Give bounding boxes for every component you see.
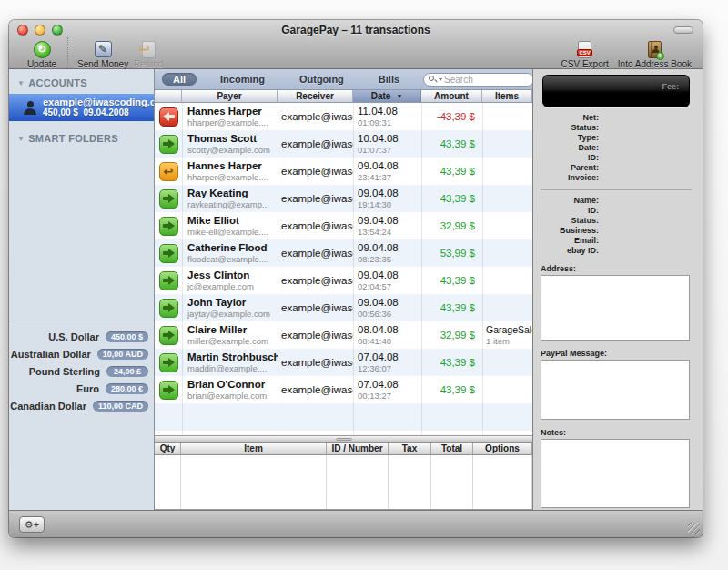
notes-box[interactable] xyxy=(541,439,690,508)
transaction-amount: 32,99 $ xyxy=(421,220,482,231)
search-input[interactable] xyxy=(444,75,529,85)
column-header-receiver[interactable]: Receiver xyxy=(278,90,353,102)
title-bar[interactable]: GaragePay – 11 transactions xyxy=(9,20,703,40)
payer-cell: Ray Keatingraykeating@examp... xyxy=(182,185,278,212)
items-column-header-tax[interactable]: Tax xyxy=(389,443,431,454)
detail-field-label: Status: xyxy=(533,216,599,226)
transaction-amount: 43,39 $ xyxy=(421,384,482,395)
paypal-message-box[interactable] xyxy=(541,360,690,420)
transaction-time: 01:09:31 xyxy=(353,117,421,127)
detail-field-row: Name: xyxy=(533,196,703,206)
date-cell: 09.04.0813:54:24 xyxy=(353,212,421,239)
amount-cell: 32,99 $ xyxy=(421,321,482,349)
arrow-shape xyxy=(163,331,175,340)
currency-label: Euro xyxy=(76,383,99,394)
payer-email: brian@example.com xyxy=(182,391,278,401)
date-cell: 09.04.0800:56:36 xyxy=(353,294,421,321)
detail-field-label: ebay ID: xyxy=(533,246,599,256)
toolbar-right-group: CSVCSV Export+Into Address Book xyxy=(561,40,692,69)
sidebar-header-accounts[interactable]: ▼ ACCOUNTS xyxy=(9,76,154,89)
refund-arrow-icon: ↩ xyxy=(159,162,178,181)
detail-field-row: Status: xyxy=(533,123,703,133)
transaction-row[interactable]: Ray Keatingraykeating@examp...example@iw… xyxy=(155,185,532,212)
payer-cell: Thomas Scottscotty@example.com xyxy=(182,130,278,158)
items-column-header-options[interactable]: Options xyxy=(473,443,532,454)
arrow-shape xyxy=(163,112,175,121)
sidebar-item-account[interactable]: example@iwascoding.co 450,00 $ 09.04.200… xyxy=(9,94,154,121)
amount-cell: 43,39 $ xyxy=(421,130,482,158)
toolbar-button-send-money[interactable]: ✎Send Money xyxy=(77,40,128,69)
search-menu-chevron-icon[interactable] xyxy=(439,78,442,81)
transaction-row[interactable]: Catherine Floodfloodcat@example....examp… xyxy=(155,239,532,267)
items-title: GarageSale ... xyxy=(482,324,532,336)
column-header-date[interactable]: Date▼ xyxy=(353,90,421,102)
transaction-row[interactable]: Hannes Harperhharper@example....example@… xyxy=(155,103,532,130)
items-column-header-total[interactable]: Total xyxy=(431,443,473,454)
toolbar-toggle-button[interactable] xyxy=(673,26,693,34)
receiver-cell: example@iwascodi... xyxy=(278,185,353,212)
transaction-row[interactable]: John Taylorjaytay@example.comexample@iwa… xyxy=(155,294,532,321)
divider xyxy=(541,189,692,190)
accounts-header-label: ACCOUNTS xyxy=(28,77,87,88)
payer-cell: Claire Millermiller@example.com xyxy=(182,321,278,349)
disclosure-triangle-icon: ▼ xyxy=(17,135,25,143)
payer-email: hharper@example.... xyxy=(182,172,278,182)
tab-all[interactable]: All xyxy=(162,73,197,86)
transaction-row[interactable]: Jess Clintonjc@example.comexample@iwasco… xyxy=(155,267,532,294)
address-box[interactable] xyxy=(541,275,690,341)
items-column-header-qty[interactable]: Qty xyxy=(155,443,181,454)
tab-incoming[interactable]: Incoming xyxy=(209,73,276,86)
action-gear-button[interactable]: ⚙+ xyxy=(19,516,45,533)
column-header-items[interactable]: Items xyxy=(482,90,532,102)
detail-field-label: ID: xyxy=(533,153,599,163)
payer-name: Catherine Flood xyxy=(182,242,278,254)
arrow-shape xyxy=(163,139,175,148)
toolbar-button-address-book[interactable]: +Into Address Book xyxy=(618,40,692,69)
incoming-arrow-icon xyxy=(159,271,178,290)
sidebar-header-smart-folders[interactable]: ▼ SMART FOLDERS xyxy=(9,132,154,145)
book-icon: + xyxy=(648,41,662,58)
detail-field-label: Status: xyxy=(533,123,599,133)
refund-icon: ↩ xyxy=(142,40,156,58)
incoming-arrow-icon xyxy=(159,353,178,372)
items-column-header-item[interactable]: Item xyxy=(181,443,327,454)
column-header-amount[interactable]: Amount xyxy=(421,90,482,102)
tab-outgoing[interactable]: Outgoing xyxy=(288,73,355,86)
currency-amount-badge: 110,00 CAD xyxy=(93,401,148,412)
detail-field-label: Date: xyxy=(533,143,599,153)
transaction-row[interactable]: Thomas Scottscotty@example.comexample@iw… xyxy=(155,130,532,158)
items-column-header-idnumber[interactable]: ID / Number xyxy=(327,443,389,454)
items-cell xyxy=(482,294,532,321)
receiver-email: example@iwascodi... xyxy=(278,138,353,149)
date-cell: 11.04.0801:09:31 xyxy=(353,103,421,130)
date-cell: 09.04.0819:14:30 xyxy=(353,185,421,212)
transaction-row[interactable]: ↩Hannes Harperhharper@example....example… xyxy=(155,158,532,185)
items-cell xyxy=(482,239,532,267)
arrow-shape xyxy=(163,303,175,312)
transaction-row[interactable]: Claire Millermiller@example.comexample@i… xyxy=(155,321,532,349)
date-cell: 09.04.0823:41:37 xyxy=(353,158,421,185)
receiver-cell: example@iwascodi... xyxy=(278,321,353,349)
return-arrow-icon: ↩ xyxy=(139,42,150,56)
toolbar-button-update[interactable]: ↻Update xyxy=(22,40,62,69)
transaction-row[interactable]: Martin Strohbuschmaddin@example....examp… xyxy=(155,349,532,376)
resize-grip[interactable] xyxy=(688,523,700,534)
transaction-time: 13:54:24 xyxy=(353,227,421,237)
detail-field-row: Parent: xyxy=(533,163,703,173)
tab-bills[interactable]: Bills xyxy=(368,73,410,86)
pane-splitter[interactable] xyxy=(155,435,532,443)
payer-name: Jess Clinton xyxy=(182,270,278,281)
transaction-row[interactable]: Brian O'Connorbrian@example.comexample@i… xyxy=(155,376,532,403)
toolbar-button-csv-export[interactable]: CSVCSV Export xyxy=(561,40,609,69)
toolbar-button-refund: ↩Refund xyxy=(128,40,168,69)
transaction-row[interactable]: Mike Elliotmike-ell@example....example@i… xyxy=(155,212,532,239)
search-field[interactable] xyxy=(423,73,534,87)
receiver-email: example@iwascodi... xyxy=(278,248,353,259)
column-header-icon[interactable] xyxy=(155,90,182,102)
date-cell: 07.04.0812:36:07 xyxy=(353,349,421,376)
detail-field-row: ebay ID: xyxy=(533,246,703,256)
account-email: example@iwascoding.co xyxy=(43,97,154,107)
column-header-payer[interactable]: Payer xyxy=(182,90,278,102)
receiver-email: example@iwascodi... xyxy=(278,330,353,341)
incoming-arrow-icon xyxy=(159,189,178,209)
